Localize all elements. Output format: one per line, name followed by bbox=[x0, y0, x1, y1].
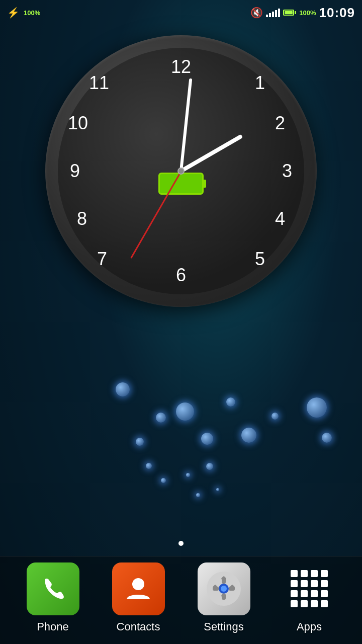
bubble-4 bbox=[201, 433, 213, 445]
apps-icon[interactable] bbox=[283, 562, 336, 615]
clock-center-dot bbox=[177, 168, 185, 175]
clock-hour-hand bbox=[180, 134, 243, 173]
phone-icon[interactable] bbox=[27, 562, 79, 615]
clock-num-12: 12 bbox=[171, 57, 191, 77]
settings-icon[interactable] bbox=[198, 562, 250, 615]
status-bar: ⚡ 100% 🔇 100% 10:09 bbox=[0, 0, 362, 25]
clock-outer: 12 1 2 3 4 5 6 7 8 9 10 11 bbox=[45, 35, 317, 307]
battery-pct: 100% bbox=[299, 9, 316, 17]
bubble-12 bbox=[186, 473, 190, 477]
bubble-11 bbox=[161, 478, 166, 483]
apps-grid bbox=[287, 566, 332, 611]
svg-point-3 bbox=[221, 586, 227, 592]
bubble-2 bbox=[136, 438, 144, 446]
clock-num-5: 5 bbox=[250, 249, 270, 269]
clock-num-10: 10 bbox=[68, 113, 88, 133]
dock-item-phone[interactable]: Phone bbox=[27, 562, 79, 633]
dock-item-contacts[interactable]: Contacts bbox=[112, 562, 165, 633]
bubble-5 bbox=[226, 397, 235, 407]
bubble-8 bbox=[307, 397, 327, 418]
page-dot-1 bbox=[178, 541, 184, 546]
bubble-0 bbox=[116, 382, 130, 396]
usb-icon: ⚡ bbox=[7, 7, 20, 19]
clock-num-7: 7 bbox=[92, 249, 112, 269]
contacts-label: Contacts bbox=[117, 620, 160, 633]
status-right: 🔇 100% 10:09 bbox=[250, 5, 355, 21]
clock-second-hand bbox=[130, 171, 182, 259]
bubble-1 bbox=[156, 413, 166, 423]
dock-item-settings[interactable]: Settings bbox=[198, 562, 250, 633]
dock-item-apps[interactable]: Apps bbox=[283, 562, 336, 633]
bubble-9 bbox=[322, 433, 332, 443]
clock-battery-indicator bbox=[158, 173, 204, 195]
svg-point-0 bbox=[132, 578, 144, 590]
clock-num-4: 4 bbox=[270, 209, 290, 229]
contacts-icon[interactable] bbox=[112, 562, 165, 615]
bubble-14 bbox=[196, 493, 200, 497]
status-time: 10:09 bbox=[319, 5, 355, 21]
clock-minute-hand bbox=[179, 78, 192, 172]
status-left: ⚡ 100% bbox=[7, 7, 40, 19]
clock-widget[interactable]: 12 1 2 3 4 5 6 7 8 9 10 11 bbox=[45, 35, 317, 307]
clock-num-11: 11 bbox=[89, 73, 109, 93]
bubble-10 bbox=[146, 463, 152, 469]
bubble-7 bbox=[272, 413, 279, 420]
clock-num-9: 9 bbox=[65, 161, 85, 181]
bubble-13 bbox=[206, 463, 213, 470]
bubble-3 bbox=[176, 403, 194, 421]
clock-num-6: 6 bbox=[171, 265, 191, 285]
battery-small-pct: 100% bbox=[24, 9, 40, 17]
dock: Phone Contacts bbox=[0, 556, 362, 644]
clock-num-2: 2 bbox=[270, 113, 290, 133]
phone-label: Phone bbox=[37, 620, 69, 633]
settings-label: Settings bbox=[204, 620, 244, 633]
clock-face: 12 1 2 3 4 5 6 7 8 9 10 11 bbox=[58, 48, 304, 294]
signal-bars bbox=[266, 8, 280, 17]
apps-label: Apps bbox=[297, 620, 322, 633]
battery-icon bbox=[283, 10, 296, 16]
clock-num-3: 3 bbox=[277, 161, 297, 181]
page-indicator bbox=[178, 541, 184, 546]
mute-icon: 🔇 bbox=[250, 7, 263, 19]
clock-num-1: 1 bbox=[250, 73, 270, 93]
clock-num-8: 8 bbox=[72, 209, 92, 229]
bubble-6 bbox=[241, 428, 256, 443]
bubble-15 bbox=[216, 488, 219, 491]
